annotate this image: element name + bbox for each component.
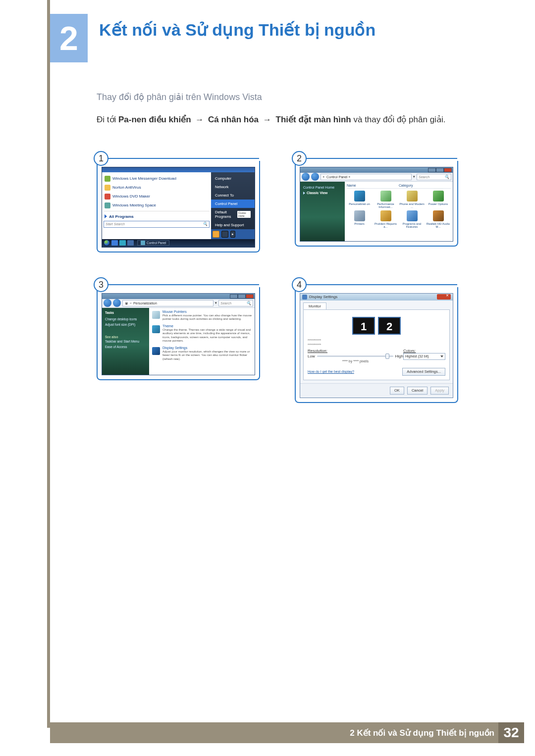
column-category[interactable]: Category xyxy=(399,184,451,187)
printers-icon xyxy=(354,210,365,221)
lock-icon[interactable] xyxy=(221,231,228,238)
cp-item-problem-reports[interactable]: Problem Reports a... xyxy=(373,210,398,228)
breadcrumb[interactable]: ▸Control Panel▸ xyxy=(321,174,412,180)
cp-item-personalization[interactable]: Personalizati on xyxy=(347,191,372,208)
power-icon[interactable] xyxy=(213,231,219,238)
customize-button[interactable]: Custo mize xyxy=(237,211,251,218)
help-link[interactable]: How do I get the best display? xyxy=(308,370,354,373)
colors-label: Colors: xyxy=(403,349,445,353)
sidebar-adjust-font[interactable]: Adjust font size (DPI) xyxy=(105,322,146,327)
step-badge-line xyxy=(108,158,259,159)
close-icon[interactable] xyxy=(444,168,452,172)
close-icon[interactable] xyxy=(437,294,451,300)
section-mouse-pointers[interactable]: Mouse PointersPick a different mouse poi… xyxy=(152,310,252,321)
messenger-icon xyxy=(105,176,110,182)
sidebar-classic-view[interactable]: Classic View xyxy=(303,190,342,196)
startmenu-network[interactable]: Network xyxy=(211,183,255,191)
step-badge-line xyxy=(108,284,259,285)
cp-item-performance[interactable]: Performance Informati... xyxy=(373,191,398,208)
theme-icon xyxy=(152,325,160,333)
sidebar-home-link[interactable]: Control Panel Home xyxy=(303,185,342,190)
advanced-settings-button[interactable]: Advanced Settings... xyxy=(402,368,445,376)
cp-item-phone-modem[interactable]: Phone and Modem ... xyxy=(399,191,425,208)
startmenu-item[interactable]: Windows Meeting Space xyxy=(104,201,210,210)
minimize-icon[interactable] xyxy=(428,168,436,172)
startmenu-connect-to[interactable]: Connect To xyxy=(211,191,255,200)
back-icon[interactable] xyxy=(104,299,111,307)
step-badge: 1 xyxy=(94,151,108,166)
cancel-button[interactable]: Cancel xyxy=(407,387,428,395)
taskbar-control-panel[interactable]: Control Panel xyxy=(137,240,169,246)
shutdown-options-icon[interactable]: ▸ xyxy=(230,231,235,238)
taskbar: Control Panel xyxy=(102,239,255,247)
step-2: 2 xyxy=(295,161,458,252)
sidebar-taskbar-link[interactable]: Taskbar and Start Menu xyxy=(105,339,146,344)
antivirus-icon xyxy=(105,185,110,191)
cp-item-realtek-audio[interactable]: Realtek HD Audio M... xyxy=(426,210,451,228)
section-theme[interactable]: ThemeChange the theme. Themes can change… xyxy=(152,324,252,343)
colors-combo[interactable]: Highest (32 bit) xyxy=(403,353,445,360)
search-input[interactable]: Search🔍 xyxy=(218,300,253,306)
page-number: 32 xyxy=(498,722,524,743)
path-display-settings: Thiết đặt màn hình xyxy=(276,115,351,124)
forward-icon[interactable] xyxy=(113,299,121,307)
section-display-settings[interactable]: Display SettingsAdjust your monitor reso… xyxy=(152,346,252,361)
maximize-icon[interactable] xyxy=(436,168,444,172)
cp-item-power-options[interactable]: Power Options xyxy=(426,191,451,208)
startmenu-help[interactable]: Help and Support xyxy=(211,221,255,229)
programs-icon xyxy=(407,210,418,221)
monitor-1[interactable]: 1 xyxy=(352,317,375,335)
monitor-2[interactable]: 2 xyxy=(378,317,401,335)
slider-high: High xyxy=(395,354,403,358)
forward-icon[interactable] xyxy=(311,173,319,181)
audio-icon xyxy=(433,210,444,221)
tab-monitor[interactable]: Monitor xyxy=(303,302,326,309)
power-options-icon xyxy=(433,191,444,202)
taskbar-icon[interactable] xyxy=(111,240,118,246)
startmenu-item[interactable]: Windows DVD Maker xyxy=(104,192,210,201)
all-programs-button[interactable]: All Programs xyxy=(104,212,210,221)
back-icon[interactable] xyxy=(302,173,310,181)
personalization-icon xyxy=(354,191,365,202)
instruction-text: Đi tới Pa-nen điều khiển → Cá nhân hóa →… xyxy=(97,113,473,126)
step-3: 3 xyxy=(97,287,260,403)
chapter-title: Kết nối và Sử dụng Thiết bị nguồn xyxy=(99,20,375,40)
apply-button[interactable]: Apply xyxy=(430,387,449,395)
sidebar-ease-of-access[interactable]: Ease of Access xyxy=(105,344,146,350)
path-control-panel: Pa-nen điều khiển xyxy=(118,115,191,124)
startmenu-computer[interactable]: Computer xyxy=(211,174,255,183)
resolution-slider[interactable] xyxy=(317,355,393,357)
ok-button[interactable]: OK xyxy=(390,387,404,395)
sidebar-tasks-header: Tasks xyxy=(105,311,146,314)
startmenu-item[interactable]: Windows Live Messenger Download xyxy=(104,174,210,183)
display-settings-dialog: Display Settings Monitor 1 2 ********** … xyxy=(300,293,453,398)
dialog-title: Display Settings xyxy=(309,295,337,299)
instruction-prefix: Đi tới xyxy=(97,115,118,124)
startmenu-item[interactable]: Norton AntiVirus xyxy=(104,183,210,192)
step-badge: 2 xyxy=(292,151,307,166)
sidebar-see-also: See also xyxy=(105,335,146,339)
startmenu-default-programs[interactable]: Default ProgramsCusto mize xyxy=(211,208,255,221)
maximize-icon[interactable] xyxy=(238,294,246,299)
slider-thumb-icon[interactable] xyxy=(385,353,389,359)
minimize-icon[interactable] xyxy=(230,294,238,299)
display-settings-icon xyxy=(302,295,307,300)
search-input[interactable]: Search🔍 xyxy=(417,174,451,180)
column-name[interactable]: Name xyxy=(347,184,399,187)
breadcrumb[interactable]: 🖥«Personalization xyxy=(122,300,214,306)
search-icon: 🔍 xyxy=(444,175,449,179)
control-panel-window: ▸Control Panel▸ ▾ Search🔍 Control Panel … xyxy=(300,167,453,242)
cp-item-printers[interactable]: Printers xyxy=(347,210,372,228)
taskbar-icon[interactable] xyxy=(119,240,126,246)
start-search-input[interactable]: Start Search 🔍 xyxy=(104,221,210,228)
cp-item-programs-features[interactable]: Programs and Features xyxy=(399,210,425,228)
close-icon[interactable] xyxy=(246,294,254,299)
step-badge: 4 xyxy=(292,277,307,292)
start-menu: Windows Live Messenger Download Norton A… xyxy=(102,167,255,248)
startmenu-control-panel[interactable]: Control Panel xyxy=(211,200,255,208)
taskbar-icon[interactable] xyxy=(127,240,134,246)
start-orb-icon[interactable] xyxy=(104,240,110,246)
sidebar-change-icons[interactable]: Change desktop icons xyxy=(105,316,146,322)
personalization-sidebar: Tasks Change desktop icons Adjust font s… xyxy=(102,308,149,375)
phone-icon xyxy=(407,191,418,202)
